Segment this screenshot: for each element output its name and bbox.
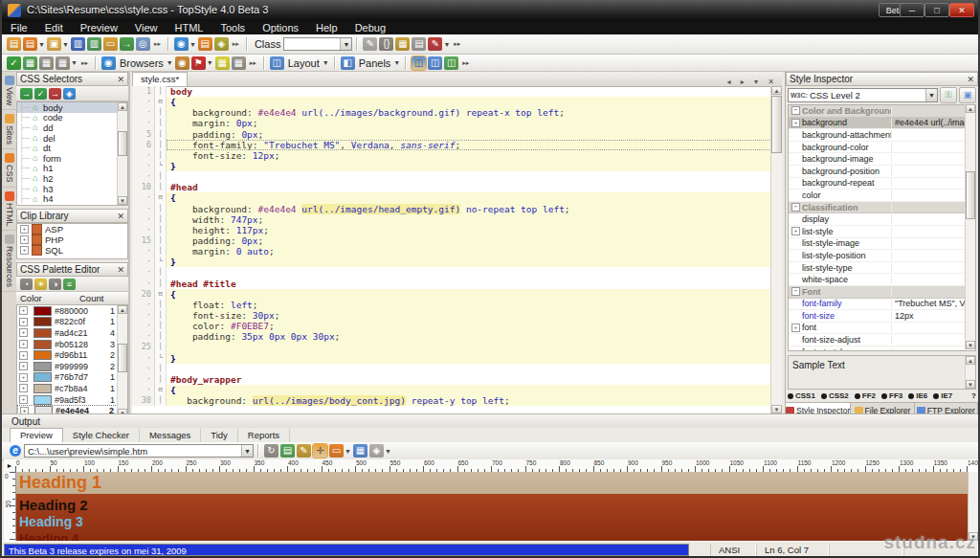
class-combo[interactable]: ▼ <box>283 37 352 51</box>
sample-scrollbar[interactable]: ▲ ▼ <box>965 356 975 389</box>
scroll-down-arrow[interactable]: ▼ <box>966 380 975 389</box>
property-row-background-color[interactable]: background-color <box>789 142 975 154</box>
property-row-background-image[interactable]: background-image <box>789 153 975 166</box>
code-line[interactable]: ·│ <box>132 171 771 182</box>
code-line[interactable]: ·⊟{ <box>132 97 771 107</box>
selector-item-dd[interactable]: ├─⌂dd <box>17 123 127 133</box>
minimize-button[interactable]: ─ <box>900 3 924 17</box>
style-pen-dropdown-icon[interactable]: ▼ <box>443 41 450 48</box>
browsers-label[interactable]: Browsers <box>120 57 164 69</box>
collapse-icon[interactable]: − <box>791 203 800 212</box>
new-selector-icon[interactable]: → <box>20 88 33 100</box>
scroll-up-arrow[interactable]: ▲ <box>118 102 127 111</box>
property-row-color[interactable]: color <box>789 190 975 202</box>
overflow-chevron-icon[interactable]: ▸▸ <box>250 59 256 67</box>
expand-icon[interactable]: + <box>791 227 800 235</box>
code-line[interactable]: ·│#head #title <box>132 279 771 289</box>
scroll-thumb[interactable] <box>118 344 127 372</box>
selector-item-h1[interactable]: ├─⌂h1 <box>17 164 127 174</box>
new-preview-icon[interactable]: ▤ <box>280 444 295 458</box>
braces-icon[interactable]: {} <box>379 37 393 51</box>
browsers-dropdown-icon[interactable]: ▼ <box>167 59 173 66</box>
palette-row-d96b11[interactable]: +#d96b112 <box>17 349 127 361</box>
style-pen-icon[interactable]: ✎ <box>428 37 442 51</box>
property-row-font-family[interactable]: font-family"Trebuchet MS", Verdan... <box>789 299 975 311</box>
expand-icon[interactable]: + <box>20 235 29 244</box>
palette-grid-icon[interactable]: ▦ <box>353 444 368 458</box>
palette-row-c7b8a4[interactable]: +#c7b8a41 <box>17 383 127 394</box>
menu-help[interactable]: Help <box>307 21 346 34</box>
palette-col-count[interactable]: Count <box>79 293 103 303</box>
edit-selector-icon[interactable]: ✓ <box>34 88 47 100</box>
selector-item-del[interactable]: ├─⌂del <box>17 133 127 144</box>
print-icon[interactable]: ▤ <box>412 37 426 51</box>
toggle-output-icon[interactable]: ◫ <box>444 56 458 70</box>
toggle-left-panel-icon[interactable]: ◫ <box>412 56 426 70</box>
code-area[interactable]: 1│body·⊟{·│ background: #e4e4e4 url(../i… <box>132 86 771 413</box>
overflow-chevron-icon[interactable]: ▸▸ <box>233 40 239 48</box>
property-row-list-style-position[interactable]: list-style-position <box>789 250 975 262</box>
combo-arrow-icon[interactable]: ▼ <box>340 38 351 50</box>
inspector-scrollbar[interactable]: ▲ ▼ <box>965 104 975 349</box>
sidebar-tab-sites[interactable]: Sites <box>2 110 16 149</box>
expand-icon[interactable]: + <box>19 395 28 404</box>
code-line[interactable]: ·⊟{ <box>132 192 771 203</box>
edit-preview-icon[interactable]: ✎ <box>297 444 311 458</box>
selector-item-h3[interactable]: ├─⌂h3 <box>17 184 127 194</box>
clip-item-sql[interactable]: +SQL <box>17 245 127 256</box>
color-grid-icon[interactable]: ▦ <box>215 56 230 70</box>
code-line[interactable]: 6│ font-family: "Trebuchet MS", Verdana,… <box>132 140 771 150</box>
property-row-background-attachment[interactable]: background-attachment <box>789 129 975 142</box>
zoom-box-icon[interactable]: ▭ <box>329 444 344 458</box>
swatches-icon[interactable]: ▦ <box>395 37 410 51</box>
toggle-right-panel-icon[interactable]: ◫ <box>428 56 442 70</box>
property-row-font-stretch[interactable]: font-stretch <box>789 346 975 351</box>
code-line[interactable]: ·│ padding: 35px 0px 0px 30px; <box>132 331 771 342</box>
property-group-classification[interactable]: −Classification <box>789 202 975 214</box>
clip-library-close-icon[interactable]: ✕ <box>117 212 124 221</box>
code-line[interactable]: ·│ <box>132 267 771 278</box>
code-line[interactable]: ·└} <box>132 257 771 267</box>
code-line[interactable]: ·│ width: 747px; <box>132 214 771 225</box>
toggle-ruler-icon[interactable]: ✛ <box>313 444 327 458</box>
expand-icon[interactable]: + <box>19 362 28 370</box>
panels-dropdown-icon[interactable]: ▼ <box>393 59 400 66</box>
property-row-background-position[interactable]: background-position <box>789 166 975 178</box>
property-row-list-style[interactable]: +list-style <box>789 226 975 238</box>
selector-item-form[interactable]: ├─⌂form <box>17 153 127 164</box>
selector-item-h2[interactable]: ├─⌂h2 <box>17 173 127 184</box>
output-tab-preview[interactable]: Preview <box>10 428 63 442</box>
close-button[interactable]: ✕ <box>949 3 974 17</box>
code-line[interactable]: ·│ background: #e4e4e4 url(../images/hea… <box>132 204 771 214</box>
code-line[interactable]: ·│ background: #e4e4e4 url(../images/bac… <box>132 107 771 118</box>
help-icon[interactable]: ? <box>971 391 976 400</box>
menu-debug[interactable]: Debug <box>346 21 394 34</box>
property-group-font[interactable]: −Font <box>789 286 975 299</box>
property-group-color-and-background[interactable]: −Color and Background <box>789 105 975 118</box>
refresh-icon[interactable]: ↻ <box>264 444 278 458</box>
zoom-box-dropdown-icon[interactable]: ▼ <box>345 448 351 455</box>
code-line[interactable]: 1│body <box>132 86 771 97</box>
panels-icon[interactable]: ◧ <box>341 56 355 70</box>
publish-dropdown-icon[interactable]: ▼ <box>189 41 196 48</box>
scroll-thumb[interactable] <box>966 171 975 219</box>
selector-item-body[interactable]: ├─⌂body <box>17 102 127 113</box>
code-line[interactable]: ·│ margin: 0px; <box>132 118 771 128</box>
menu-view[interactable]: View <box>126 21 167 34</box>
menu-tools[interactable]: Tools <box>212 21 254 34</box>
expand-icon[interactable]: + <box>19 306 28 315</box>
tab-style-css[interactable]: style.css* <box>132 72 188 86</box>
output-tab-messages[interactable]: Messages <box>140 429 201 442</box>
property-row-white-space[interactable]: white-space <box>789 274 975 286</box>
publish-icon[interactable]: ◉ <box>174 37 189 51</box>
capture-icon[interactable]: ◈ <box>369 444 384 458</box>
menu-file[interactable]: File <box>2 21 36 34</box>
check-green-icon[interactable]: ▦ <box>23 56 37 70</box>
property-row-display[interactable]: display <box>789 213 975 226</box>
menu-edit[interactable]: Edit <box>36 21 72 34</box>
expand-icon[interactable]: + <box>19 328 28 337</box>
expand-icon[interactable]: + <box>19 340 28 348</box>
css-level-combo[interactable]: W3C: CSS Level 2 ▼ <box>788 88 938 102</box>
property-row-background-repeat[interactable]: background-repeat <box>789 178 975 190</box>
palette-row-880000[interactable]: +#8800001 <box>17 305 127 317</box>
